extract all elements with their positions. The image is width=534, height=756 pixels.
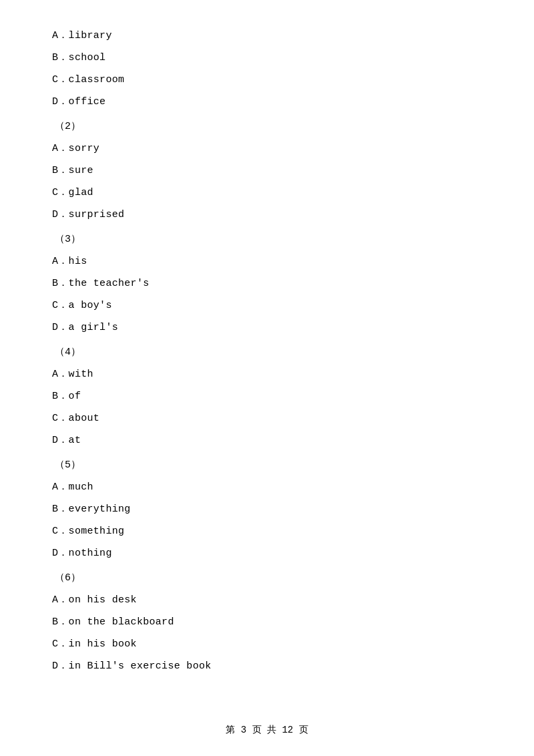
option-item: B．school — [52, 49, 482, 67]
option-item: D．in Bill's exercise book — [52, 657, 482, 675]
option-item: C．a boy's — [52, 297, 482, 315]
footer-text: 第 3 页 共 12 页 — [226, 725, 308, 735]
option-item: A．on his desk — [52, 591, 482, 609]
option-item: A．much — [52, 478, 482, 496]
section-label-6: （6） — [52, 569, 482, 587]
main-content: A．libraryB．schoolC．classroomD．office（2）A… — [0, 0, 534, 719]
option-item: A．his — [52, 252, 482, 270]
section-label-4: （4） — [52, 343, 482, 361]
option-item: B．the teacher's — [52, 274, 482, 293]
option-item: C．classroom — [52, 71, 482, 89]
section-label-2: （2） — [52, 118, 482, 136]
option-item: A．library — [52, 27, 482, 45]
option-item: C．about — [52, 409, 482, 427]
option-item: B．on the blackboard — [52, 613, 482, 631]
option-item: A．sorry — [52, 140, 482, 158]
section-label-5: （5） — [52, 456, 482, 474]
option-item: D．a girl's — [52, 319, 482, 337]
option-item: D．at — [52, 431, 482, 449]
option-item: C．something — [52, 522, 482, 540]
option-item: B．everything — [52, 500, 482, 518]
option-item: B．sure — [52, 162, 482, 180]
option-item: D．office — [52, 93, 482, 111]
option-item: B．of — [52, 387, 482, 405]
option-item: C．in his book — [52, 635, 482, 653]
section-label-3: （3） — [52, 230, 482, 248]
option-item: D．surprised — [52, 206, 482, 224]
page-footer: 第 3 页 共 12 页 — [0, 724, 534, 736]
option-item: A．with — [52, 365, 482, 383]
option-item: D．nothing — [52, 544, 482, 562]
option-item: C．glad — [52, 184, 482, 202]
